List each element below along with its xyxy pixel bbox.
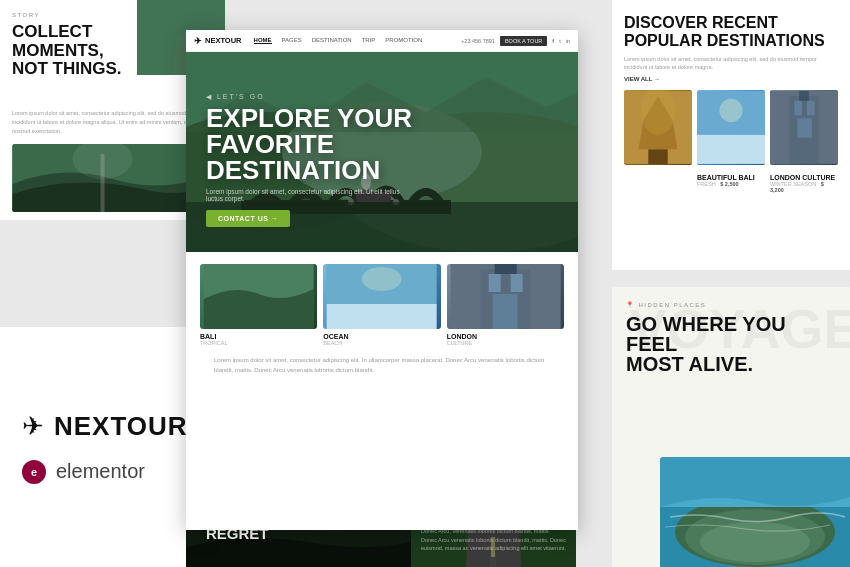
svg-rect-38 [510,274,522,292]
dest-2-meta: BEACH [323,340,440,346]
go-where-panel: 📍 HIDDEN PLACES GO WHERE YOU FEEL MOST A… [612,287,850,567]
social-t[interactable]: t [559,38,561,44]
nav-plane-icon: ✈ [194,36,202,46]
dest-images-row [624,90,838,165]
collect-heading: COLLECT MOMENTS, NOT THINGS. [12,23,142,79]
hero-cta-button[interactable]: CONTACT US → [206,210,290,227]
dest-labels-row: BEAUTIFUL BALI FRESH $ 2,500 LONDON CULT… [624,170,838,193]
svg-rect-17 [799,91,809,101]
nav-destination[interactable]: DESTINATION [312,37,352,44]
page-container: STORY COLLECT MOMENTS, NOT THINGS. Lorem… [0,0,850,567]
social-f[interactable]: f [552,38,554,44]
hero-text-block: ◀ LET'S GO EXPLORE YOUR FAVORITE DESTINA… [206,93,412,227]
svg-rect-16 [797,118,812,137]
nextour-brand-row: ✈ NEXTOUR [22,411,203,442]
elementor-brand-row: e elementor [22,460,203,484]
nav-phone: +23 456 7891 [461,38,495,44]
tower-dest-image [770,90,838,165]
hero-title: EXPLORE YOUR FAVORITE DESTINATION [206,105,412,183]
svg-rect-15 [807,100,815,115]
dest-img-ocean [323,264,440,329]
svg-rect-39 [492,294,517,329]
dest-1-meta: TROPICAL [200,340,317,346]
london-label-right: LONDON CULTURE WINTER SEASON $ 3,200 [770,170,838,193]
website-nav: ✈ NEXTOUR HOME PAGES DESTINATION TRIP PR… [186,30,578,52]
svg-point-11 [719,99,742,122]
svg-rect-33 [327,304,437,329]
collect-bottom-photo [12,144,213,212]
nav-cta-text[interactable]: BOOK A TOUR [500,36,547,46]
svg-rect-10 [697,134,765,163]
nav-right: +23 456 7891 BOOK A TOUR f t in [461,36,570,46]
hero-subtitle: Lorem ipsum dolor sit amet, consectetur … [206,188,406,202]
svg-rect-37 [488,274,500,292]
bali-dest-name: BEAUTIFUL BALI [697,174,765,181]
nav-logo: ✈ NEXTOUR [194,36,242,46]
website-preview-panel: ✈ NEXTOUR HOME PAGES DESTINATION TRIP PR… [186,30,578,530]
website-body-text: Lorem ipsum dolor sit amet, consectetur … [200,346,564,385]
destinations-heading: DISCOVER RECENT POPULAR DESTINATIONS [624,14,838,49]
voyage-watermark: VOYAGE [630,302,850,357]
bali-dest-image [624,90,692,165]
london-label-col: BEAUTIFUL BALI FRESH $ 2,500 [697,170,765,193]
social-in[interactable]: in [566,38,570,44]
dest-img-urban [447,264,564,329]
london-dest-meta: WINTER SEASON $ 3,200 [770,181,838,193]
bali-label-col [624,170,692,193]
beach-dest-image [697,90,765,165]
elementor-icon: e [22,460,46,484]
svg-rect-14 [794,100,802,115]
coastline-image [660,457,850,567]
svg-point-34 [362,267,402,291]
destinations-desc: Lorem ipsum dolor sit amet, consectetur … [624,55,838,72]
nav-promotion[interactable]: PROMOTION [385,37,422,44]
nav-home[interactable]: HOME [254,37,272,44]
nav-trip[interactable]: TRIP [362,37,376,44]
dest-2-name: OCEAN [323,333,440,340]
nav-links: HOME PAGES DESTINATION TRIP PROMOTION [254,37,423,44]
website-body: BALI TROPICAL OCEAN BEACH [186,252,578,397]
website-dest-1: BALI TROPICAL [200,264,317,346]
dest-img-tropical [200,264,317,329]
website-hero: ◀ LET'S GO EXPLORE YOUR FAVORITE DESTINA… [186,52,578,252]
nav-pages[interactable]: PAGES [282,37,302,44]
nextour-brand-name: NEXTOUR [54,411,188,442]
nextour-plane-icon: ✈ [22,411,44,442]
svg-rect-40 [494,264,516,274]
dest-1-name: BALI [200,333,317,340]
website-dest-2: OCEAN BEACH [323,264,440,346]
elementor-text: elementor [56,460,145,483]
website-dest-row: BALI TROPICAL OCEAN BEACH [200,264,564,346]
destinations-panel: DISCOVER RECENT POPULAR DESTINATIONS Lor… [612,0,850,270]
svg-rect-7 [648,149,667,164]
website-dest-3: LONDON CULTURE [447,264,564,346]
dest-3-name: LONDON [447,333,564,340]
svg-point-55 [700,522,810,562]
view-all-link[interactable]: VIEW ALL → [624,76,838,82]
london-dest-name: LONDON CULTURE [770,174,838,181]
lets-go-label: ◀ LET'S GO [206,93,412,101]
dest-3-meta: CULTURE [447,340,564,346]
bali-dest-meta: FRESH $ 2,500 [697,181,765,187]
